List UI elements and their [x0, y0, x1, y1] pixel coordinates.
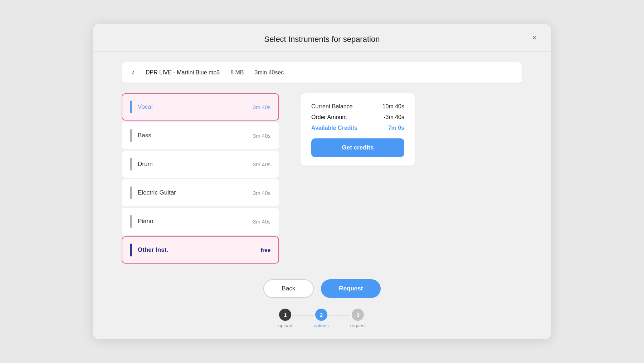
instrument-accent-electric-guitar: [130, 186, 132, 199]
instrument-duration-drum: 3m 40s: [253, 161, 270, 167]
instrument-label-drum: Drum: [138, 161, 253, 168]
file-size: 8 MB: [230, 69, 244, 76]
instrument-accent-vocal: [130, 100, 132, 113]
step-label-request: request: [350, 323, 366, 328]
instrument-item-bass[interactable]: Bass 3m 40s: [122, 122, 279, 149]
modal-header: Select Instruments for separation ×: [93, 24, 551, 44]
get-credits-button[interactable]: Get credits: [311, 138, 404, 157]
instrument-duration-bass: 3m 40s: [253, 133, 270, 139]
close-button[interactable]: ×: [532, 34, 537, 42]
step-line-2: [329, 315, 350, 315]
instrument-duration-other: free: [260, 247, 270, 253]
instrument-label-piano: Piano: [138, 218, 253, 225]
request-button[interactable]: Request: [321, 279, 381, 298]
instrument-accent-piano: [130, 215, 132, 228]
step-request: 3 request: [350, 309, 366, 328]
instrument-item-other[interactable]: Other Inst. free: [122, 236, 279, 264]
instrument-item-vocal[interactable]: Vocal 3m 40s: [122, 93, 279, 121]
instrument-accent-other: [130, 244, 132, 256]
step-circle-upload: 1: [279, 309, 291, 321]
instrument-accent-drum: [130, 158, 132, 171]
step-line-1: [292, 315, 314, 315]
available-credits-value: 7m 0s: [388, 125, 404, 131]
instrument-label-electric-guitar: Electric Guitar: [138, 189, 253, 196]
instrument-item-drum[interactable]: Drum 3m 40s: [122, 151, 279, 178]
step-circle-request: 3: [352, 309, 364, 321]
order-amount-value: -3m 40s: [384, 114, 404, 121]
footer-buttons: Back Request: [122, 279, 522, 298]
step-circle-options: 2: [315, 309, 327, 321]
back-button[interactable]: Back: [263, 279, 314, 298]
instruments-list: Vocal 3m 40s Bass 3m 40s Drum 3m 40s: [122, 93, 279, 265]
step-label-upload: upload: [278, 323, 292, 328]
file-info-bar: ♪ DPR LIVE - Martini Blue.mp3 8 MB 3min …: [122, 62, 522, 83]
music-icon: ♪: [132, 69, 135, 76]
instrument-label-vocal: Vocal: [138, 103, 253, 111]
instrument-item-electric-guitar[interactable]: Electric Guitar 3m 40s: [122, 179, 279, 206]
instrument-label-bass: Bass: [138, 132, 253, 139]
file-duration: 3min 40sec: [255, 69, 284, 76]
order-amount-label: Order Amount: [311, 114, 347, 121]
step-options: 2 options: [314, 309, 329, 328]
file-name: DPR LIVE - Martini Blue.mp3: [146, 69, 220, 76]
stepper: 1 upload 2 options 3 request: [122, 309, 522, 328]
step-upload: 1 upload: [278, 309, 292, 328]
modal-body: ♪ DPR LIVE - Martini Blue.mp3 8 MB 3min …: [93, 51, 551, 339]
instrument-accent-bass: [130, 129, 132, 142]
instrument-duration-piano: 3m 40s: [253, 219, 270, 225]
modal-title: Select Instruments for separation: [264, 35, 380, 44]
current-balance-row: Current Balance 10m 40s: [311, 103, 404, 110]
instrument-item-piano[interactable]: Piano 3m 40s: [122, 208, 279, 235]
instrument-duration-vocal: 3m 40s: [253, 104, 270, 110]
current-balance-label: Current Balance: [311, 103, 353, 110]
modal: Select Instruments for separation × ♪ DP…: [93, 24, 551, 339]
credits-panel: Current Balance 10m 40s Order Amount -3m…: [301, 93, 415, 166]
instrument-duration-electric-guitar: 3m 40s: [253, 190, 270, 196]
instrument-label-other: Other Inst.: [138, 246, 260, 254]
available-credits-row: Available Credits 7m 0s: [311, 125, 404, 131]
order-amount-row: Order Amount -3m 40s: [311, 114, 404, 121]
current-balance-value: 10m 40s: [382, 103, 404, 110]
available-credits-label: Available Credits: [311, 125, 357, 131]
step-label-options: options: [314, 323, 329, 328]
content-area: Vocal 3m 40s Bass 3m 40s Drum 3m 40s: [122, 93, 522, 265]
